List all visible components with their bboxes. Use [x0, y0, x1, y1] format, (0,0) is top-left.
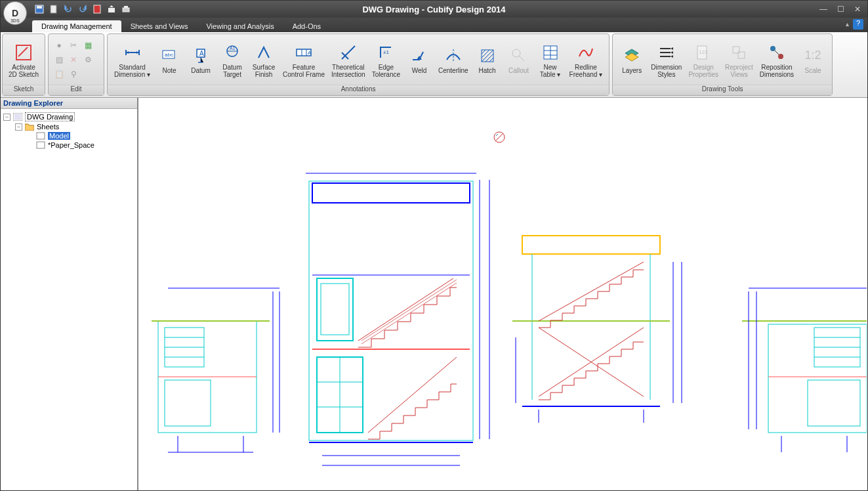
weld-icon	[410, 45, 428, 67]
help-button[interactable]: ?	[853, 19, 863, 30]
sketch-icon	[14, 41, 33, 64]
feature-control-icon: A	[295, 41, 313, 64]
activate-2d-sketch-button[interactable]: Activate 2D Sketch	[7, 40, 41, 79]
ribbon-group-edit: ● ✂ ▦ ▤ ✕ ⚙ 📋 ⚲ Edit	[48, 33, 104, 96]
ribbon-tabs: Drawing Management Sheets and Views View…	[1, 18, 867, 32]
svg-rect-48	[321, 284, 349, 335]
tab-viewing-and-analysis[interactable]: Viewing and Analysis	[197, 20, 283, 32]
centerline-button[interactable]: Centerline	[436, 43, 471, 75]
edge-tolerance-button[interactable]: ±1Edge Tolerance	[369, 40, 403, 79]
undo-icon[interactable]	[62, 3, 74, 15]
scale-button: 1:2Scale	[798, 43, 828, 75]
datum-button[interactable]: ADatum	[186, 43, 216, 75]
titlebar: D DWG Drawing - Cubify Design 2014 — ☐ ✕	[1, 1, 867, 18]
svg-text:123: 123	[699, 49, 708, 55]
scale-icon: 1:2	[805, 45, 821, 67]
tab-sheets-and-views[interactable]: Sheets and Views	[121, 20, 197, 32]
edit-tool-icon: ⚙	[81, 53, 94, 66]
maximize-button[interactable]: ☐	[835, 5, 846, 14]
edit-paste-icon: 📋	[52, 68, 66, 81]
tab-drawing-management[interactable]: Drawing Management	[32, 20, 121, 32]
feature-control-frame-button[interactable]: AFeature Control Frame	[280, 40, 327, 79]
new-icon[interactable]	[48, 3, 60, 15]
tree-paper-space[interactable]: *Paper_Space	[3, 140, 134, 150]
sheet-icon	[36, 141, 45, 149]
edit-empty	[81, 68, 94, 81]
surface-finish-button[interactable]: Surface Finish	[249, 40, 279, 79]
tab-add-ons[interactable]: Add-Ons	[283, 20, 330, 32]
design-properties-button: 123Design Properties	[686, 40, 721, 79]
layers-button[interactable]: Layers	[617, 43, 647, 75]
svg-rect-5	[123, 8, 129, 12]
ribbon-group-edit-label: Edit	[49, 85, 104, 95]
folder-icon	[25, 123, 34, 131]
note-icon: abc	[160, 45, 178, 67]
ribbon-group-sketch: Activate 2D Sketch Sketch	[2, 33, 45, 96]
pdf-icon[interactable]	[91, 3, 103, 15]
hatch-icon	[478, 45, 497, 67]
drawing-explorer-panel: Drawing Explorer − DWG Drawing − Sheets …	[1, 98, 138, 490]
svg-rect-27	[37, 133, 45, 139]
datum-target-button[interactable]: A1Datum Target	[217, 40, 247, 79]
tree-model[interactable]: Model	[3, 131, 134, 140]
edit-pin-icon: ⚲	[67, 68, 80, 81]
ribbon-group-annotations-label: Annotations	[108, 85, 609, 95]
svg-rect-28	[37, 142, 45, 148]
drawing-canvas[interactable]	[138, 98, 867, 490]
svg-text:±1: ±1	[383, 49, 389, 55]
svg-text:A1: A1	[230, 46, 236, 51]
collapse-icon[interactable]: −	[15, 123, 22, 131]
note-button[interactable]: abcNote	[154, 43, 184, 75]
activate-2d-sketch-label: Activate 2D Sketch	[9, 64, 39, 78]
weld-button[interactable]: Weld	[404, 43, 434, 75]
publish-icon[interactable]	[106, 3, 117, 15]
theoretical-intersection-button[interactable]: Theoretical Intersection	[329, 40, 368, 79]
standard-dimension-button[interactable]: Standard Dimension ▾	[112, 40, 153, 79]
datum-icon: A	[192, 45, 210, 67]
svg-rect-44	[309, 181, 473, 440]
svg-rect-6	[124, 6, 128, 8]
svg-rect-71	[768, 324, 867, 433]
workspace: Drawing Explorer − DWG Drawing − Sheets …	[1, 98, 867, 490]
ribbon-group-drawing-tools-label: Drawing Tools	[613, 85, 832, 95]
redline-freehand-button[interactable]: Redline Freehand ▾	[567, 40, 606, 79]
window-title: DWG Drawing - Cubify Design 2014	[362, 5, 505, 14]
svg-point-24	[770, 46, 775, 51]
svg-rect-60	[522, 236, 660, 254]
hatch-button[interactable]: Hatch	[472, 43, 503, 75]
edit-sphere-icon: ●	[52, 39, 66, 52]
edge-tolerance-icon: ±1	[377, 41, 395, 64]
tree-sheets[interactable]: − Sheets	[3, 122, 134, 131]
save-icon[interactable]	[33, 3, 45, 15]
svg-text:abc: abc	[165, 52, 173, 58]
intersection-icon	[339, 41, 358, 64]
app-logo[interactable]: D	[3, 1, 27, 25]
minimize-button[interactable]: —	[817, 5, 829, 14]
ribbon: Activate 2D Sketch Sketch ● ✂ ▦ ▤ ✕ ⚙ 📋 …	[1, 32, 867, 98]
tree-root[interactable]: − DWG Drawing	[3, 112, 134, 122]
close-button[interactable]: ✕	[852, 5, 863, 14]
print-icon[interactable]	[120, 3, 132, 15]
redo-icon[interactable]	[77, 3, 89, 15]
svg-rect-1	[37, 6, 42, 9]
edit-doc-icon: ▤	[52, 53, 66, 66]
svg-rect-2	[51, 5, 56, 13]
svg-rect-47	[317, 278, 353, 341]
tree-sheets-label: Sheets	[37, 123, 59, 131]
collapse-icon[interactable]: −	[3, 114, 10, 121]
ribbon-group-sketch-label: Sketch	[3, 85, 45, 95]
dimension-styles-icon	[657, 41, 676, 64]
datum-target-icon: A1	[223, 41, 241, 64]
dimension-styles-button[interactable]: Dimension Styles	[648, 40, 684, 79]
svg-rect-34	[165, 380, 211, 426]
svg-rect-45	[312, 183, 470, 203]
ribbon-collapse-icon[interactable]: ▴	[846, 20, 849, 28]
reposition-dimensions-button[interactable]: Reposition Dimensions	[757, 40, 796, 79]
redline-icon	[577, 41, 595, 64]
svg-rect-7	[16, 45, 31, 60]
svg-rect-3	[94, 5, 100, 13]
edit-new-icon[interactable]: ▦	[81, 39, 94, 52]
callout-button: Callout	[504, 43, 534, 75]
tree-model-label: Model	[48, 132, 70, 140]
new-table-button[interactable]: New Table ▾	[535, 40, 566, 79]
